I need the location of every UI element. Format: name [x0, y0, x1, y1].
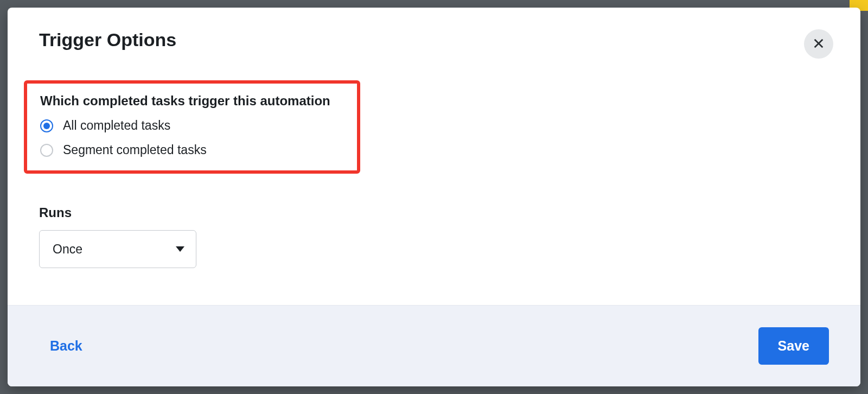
- runs-section: Runs Once: [39, 205, 829, 268]
- radio-label: Segment completed tasks: [63, 143, 207, 157]
- modal-header: Trigger Options: [8, 8, 860, 75]
- runs-select[interactable]: Once: [39, 230, 196, 268]
- close-icon: [813, 37, 825, 51]
- modal-title: Trigger Options: [39, 29, 176, 50]
- trigger-task-highlight-box: Which completed tasks trigger this autom…: [24, 80, 360, 174]
- radio-all-completed-tasks[interactable]: All completed tasks: [40, 118, 344, 133]
- trigger-options-modal: Trigger Options Which completed tasks tr…: [8, 8, 860, 386]
- modal-footer: Back Save: [8, 305, 860, 386]
- back-button[interactable]: Back: [39, 333, 93, 359]
- runs-select-value: Once: [53, 242, 82, 257]
- radio-icon: [40, 144, 53, 157]
- radio-segment-completed-tasks[interactable]: Segment completed tasks: [40, 143, 344, 157]
- save-button[interactable]: Save: [758, 327, 829, 365]
- trigger-section-heading: Which completed tasks trigger this autom…: [40, 93, 344, 109]
- modal-body: Which completed tasks trigger this autom…: [8, 75, 860, 305]
- runs-select-wrap: Once: [39, 230, 196, 268]
- close-button[interactable]: [804, 29, 833, 59]
- radio-icon: [40, 119, 53, 132]
- radio-label: All completed tasks: [63, 118, 170, 133]
- runs-label: Runs: [39, 205, 829, 220]
